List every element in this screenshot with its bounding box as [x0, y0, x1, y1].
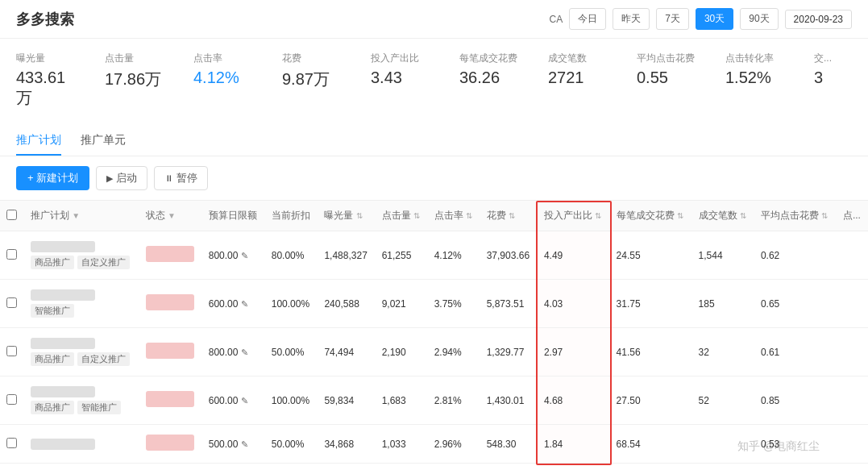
campaign-name-cell: 商品推广自定义推广 [24, 231, 139, 280]
table-row: 商品推广自定义推广800.00 ✎50.00%74,4942,1902.94%1… [0, 328, 868, 376]
cvr-cell [837, 425, 868, 464]
toolbar: + 新建计划 ▶ 启动 ⏸ 暂停 [0, 156, 868, 200]
stat-label-cvr: 点击转化率 [725, 52, 790, 65]
cpo-cell: 41.56 [610, 328, 692, 376]
campaigns-table: 推广计划 ▼ 状态 ▼ 预算日限额 当前折扣 [0, 200, 868, 464]
roi-cell: 4.49 [538, 231, 610, 280]
campaign-name-cell: 商品推广智能推广 [24, 376, 139, 425]
clicks-cell: 61,255 [376, 231, 428, 280]
impressions-cell: 1,488,327 [318, 231, 375, 280]
discount-cell: 80.00% [265, 231, 318, 280]
roi-cell: 1.84 [538, 425, 610, 464]
select-all-checkbox[interactable] [6, 210, 17, 220]
col-ctr-header[interactable]: 点击率 [428, 201, 480, 231]
pause-button[interactable]: ⏸ 暂停 [154, 166, 208, 190]
stat-label-extra: 交... [814, 52, 868, 65]
col-cpc-header[interactable]: 平均点击花费 [754, 201, 837, 231]
col-cvr-header: 点... [837, 201, 868, 231]
start-button[interactable]: ▶ 启动 [96, 166, 147, 190]
status-cell [139, 231, 202, 280]
budget-edit-link[interactable]: ✎ [241, 396, 248, 406]
spend-cell: 37,903.66 [480, 231, 538, 280]
orders-cell: 1,544 [692, 231, 754, 280]
pause-icon: ⏸ [164, 173, 173, 183]
date-btn-90d[interactable]: 90天 [740, 8, 778, 30]
col-impressions-header[interactable]: 曝光量 [318, 201, 375, 231]
app-container: 多多搜索 CA 今日 昨天 7天 30天 90天 2020-09-23 曝光量 … [0, 0, 868, 470]
roi-cell: 2.97 [538, 328, 610, 376]
ctr-cell: 2.96% [428, 425, 480, 464]
stat-value-ctr: 4.12% [193, 69, 258, 87]
stat-clicks: 点击量 17.86万 [105, 52, 169, 109]
campaign-tag: 自定义推广 [77, 256, 130, 269]
avg-cpc-cell: 0.61 [754, 328, 837, 376]
cpo-cell: 68.54 [610, 425, 692, 464]
campaign-name-cell: 智能推广 [24, 280, 139, 328]
row-checkbox[interactable] [6, 438, 17, 448]
stat-avg-cpc: 平均点击花费 0.55 [637, 52, 701, 109]
filter-icon: ▼ [72, 211, 80, 220]
avg-cpc-cell: 0.62 [754, 231, 837, 280]
row-checkbox[interactable] [6, 394, 17, 405]
stat-label-orders: 成交笔数 [548, 52, 613, 65]
budget-edit-link[interactable]: ✎ [241, 251, 248, 260]
table-row: 智能推广600.00 ✎100.00%240,5889,0213.75%5,87… [0, 280, 868, 328]
ctr-cell: 2.81% [428, 376, 480, 425]
roi-cell: 4.68 [538, 376, 610, 425]
new-campaign-button[interactable]: + 新建计划 [16, 166, 89, 190]
stat-label-roi: 投入产出比 [371, 52, 435, 65]
campaign-name-cell: 商品推广自定义推广 [24, 328, 139, 376]
avg-cpc-cell: 0.85 [754, 376, 837, 425]
clicks-cell: 1,683 [376, 376, 428, 425]
row-checkbox[interactable] [6, 249, 17, 260]
tab-campaign[interactable]: 推广计划 [16, 127, 61, 156]
status-cell [139, 328, 202, 376]
table-row: 500.00 ✎50.00%34,8681,0332.96%548.301.84… [0, 425, 868, 464]
stat-label-cost-per-order: 每笔成交花费 [459, 52, 524, 65]
avg-cpc-cell: 0.53 [754, 425, 837, 464]
budget-cell: 800.00 ✎ [202, 231, 265, 280]
budget-cell: 600.00 ✎ [202, 376, 265, 425]
budget-edit-link[interactable]: ✎ [241, 299, 248, 309]
col-spend-header[interactable]: 花费 [480, 201, 538, 231]
stat-value-extra: 3 [814, 69, 868, 87]
status-cell [139, 425, 202, 464]
cvr-cell [837, 280, 868, 328]
col-orders-header[interactable]: 成交笔数 [692, 201, 754, 231]
tab-ad-unit[interactable]: 推广单元 [81, 127, 126, 156]
header-right: CA 今日 昨天 7天 30天 90天 2020-09-23 [550, 8, 852, 30]
row-checkbox[interactable] [6, 297, 17, 308]
budget-edit-link[interactable]: ✎ [241, 439, 248, 449]
col-status-header: 状态 ▼ [139, 201, 202, 231]
stat-impressions: 曝光量 433.61万 [16, 52, 81, 109]
stat-value-roi: 3.43 [371, 69, 435, 87]
ctr-cell: 4.12% [428, 231, 480, 280]
col-cpo-header[interactable]: 每笔成交花费 [610, 201, 692, 231]
campaign-tag: 智能推广 [77, 401, 121, 414]
date-picker[interactable]: 2020-09-23 [785, 10, 852, 29]
status-cell [139, 280, 202, 328]
spend-cell: 548.30 [480, 425, 538, 464]
date-btn-30d[interactable]: 30天 [696, 8, 733, 30]
spend-cell: 1,430.01 [480, 376, 538, 425]
row-checkbox[interactable] [6, 346, 17, 356]
col-budget-header: 预算日限额 [202, 201, 265, 231]
avg-cpc-cell: 0.65 [754, 280, 837, 328]
clicks-cell: 1,033 [376, 425, 428, 464]
roi-cell: 4.03 [538, 280, 610, 328]
budget-edit-link[interactable]: ✎ [241, 347, 248, 357]
col-roi-header[interactable]: 投入产出比 [538, 201, 610, 231]
spend-cell: 1,329.77 [480, 328, 538, 376]
stat-label-ctr: 点击率 [193, 52, 258, 65]
clicks-cell: 2,190 [376, 328, 428, 376]
discount-cell: 100.00% [265, 280, 318, 328]
stat-value-avg-cpc: 0.55 [637, 69, 701, 87]
cpo-cell: 24.55 [610, 231, 692, 280]
date-btn-today[interactable]: 今日 [569, 8, 606, 30]
col-clicks-header[interactable]: 点击量 [376, 201, 428, 231]
date-btn-7d[interactable]: 7天 [656, 8, 689, 30]
campaign-tag: 商品推广 [31, 256, 74, 269]
date-btn-yesterday[interactable]: 昨天 [613, 8, 650, 30]
impressions-cell: 59,834 [318, 376, 375, 425]
stat-value-cvr: 1.52% [725, 69, 790, 87]
